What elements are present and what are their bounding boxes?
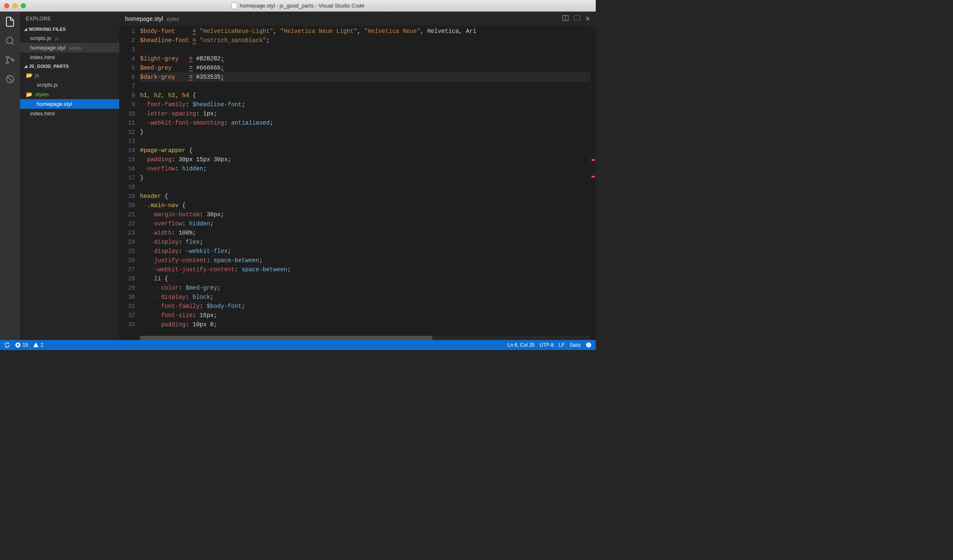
folder-open-icon: 📂 (26, 91, 33, 98)
folder-item[interactable]: 📂js (20, 70, 119, 80)
sidebar: EXPLORE ◢ WORKING FILES scripts.jsjshome… (20, 12, 119, 340)
search-icon[interactable] (4, 35, 16, 47)
file-name: index.html (30, 110, 55, 117)
svg-point-0 (6, 37, 13, 43)
status-language[interactable]: Sass (569, 342, 581, 348)
editor-tabs: homepage.styl styles × (119, 12, 596, 26)
file-name: scripts.js (37, 82, 58, 88)
error-count: 15 (23, 342, 28, 348)
statusbar: 15 2 Ln 6, Col 25 UTF-8 LF Sass (0, 340, 596, 350)
file-name: homepage.styl (30, 45, 65, 51)
sidebar-title: EXPLORE (20, 12, 119, 25)
split-editor-icon[interactable] (562, 15, 569, 23)
working-file-item[interactable]: scripts.jsjs (20, 33, 119, 43)
warning-count: 2 (40, 342, 43, 348)
file-folder-tag: js (55, 36, 59, 41)
code-content[interactable]: $body-font = "HelveticaNeue-Light", "Hel… (140, 26, 590, 340)
status-warnings[interactable]: 2 (33, 342, 43, 348)
scrollbar-thumb[interactable] (140, 336, 432, 340)
window-controls (4, 3, 26, 8)
editor-tab[interactable]: homepage.styl styles (125, 15, 179, 22)
close-window-button[interactable] (4, 3, 9, 8)
status-eol[interactable]: LF (559, 342, 564, 348)
titlebar[interactable]: homepage.styl - js_good_parts - Visual S… (0, 0, 596, 12)
close-editor-icon[interactable]: × (585, 15, 590, 23)
line-number-gutter: 1234567891011121314151617181920212223242… (119, 26, 140, 340)
file-item[interactable]: homepage.styl (20, 99, 119, 109)
file-name: homepage.styl (37, 101, 72, 107)
svg-point-2 (6, 62, 8, 64)
minimize-window-button[interactable] (13, 3, 18, 8)
more-actions-icon[interactable] (574, 15, 580, 23)
svg-rect-6 (574, 15, 580, 20)
horizontal-scrollbar[interactable] (140, 336, 590, 340)
working-file-item[interactable]: homepage.stylstyles (20, 43, 119, 52)
working-files-header[interactable]: ◢ WORKING FILES (20, 25, 119, 33)
file-name: index.html (30, 54, 55, 60)
file-folder-tag: styles (70, 45, 81, 50)
folder-name: js (35, 72, 39, 78)
source-control-icon[interactable] (4, 54, 16, 66)
debug-icon[interactable] (4, 73, 16, 85)
tab-filename: homepage.styl (125, 15, 163, 22)
error-marker[interactable] (592, 159, 595, 161)
tab-folder: styles (166, 16, 179, 22)
code-editor[interactable]: 1234567891011121314151617181920212223242… (119, 26, 596, 340)
file-item[interactable]: index.html (20, 109, 119, 118)
file-item[interactable]: scripts.js (20, 80, 119, 90)
editor-area: homepage.styl styles × 12345678910111213… (119, 12, 596, 340)
window-title: homepage.styl - js_good_parts - Visual S… (231, 2, 365, 9)
status-cursor-position[interactable]: Ln 6, Col 25 (508, 342, 535, 348)
folder-name: styles (35, 91, 49, 98)
error-marker[interactable] (592, 176, 595, 178)
window-title-text: homepage.styl - js_good_parts - Visual S… (240, 2, 365, 9)
svg-point-10 (589, 344, 590, 345)
project-label: JS_GOOD_PARTS (29, 64, 69, 69)
folder-open-icon: 📂 (26, 72, 33, 78)
status-sync[interactable] (4, 342, 10, 348)
explorer-icon[interactable] (4, 16, 16, 28)
activity-bar (0, 12, 20, 340)
file-name: scripts.js (30, 35, 51, 41)
file-icon (231, 2, 237, 9)
status-feedback-icon[interactable] (586, 342, 592, 348)
working-files-label: WORKING FILES (29, 27, 66, 32)
project-header[interactable]: ◢ JS_GOOD_PARTS (20, 62, 119, 70)
chevron-down-icon: ◢ (24, 64, 27, 68)
svg-point-9 (587, 344, 588, 345)
svg-point-1 (6, 56, 8, 58)
folder-item[interactable]: 📂styles (20, 90, 119, 99)
chevron-down-icon: ◢ (24, 27, 27, 31)
status-encoding[interactable]: UTF-8 (539, 342, 554, 348)
minimap[interactable] (590, 26, 596, 340)
svg-point-8 (586, 342, 591, 348)
working-file-item[interactable]: index.html (20, 52, 119, 62)
maximize-window-button[interactable] (21, 3, 26, 8)
status-errors[interactable]: 15 (15, 342, 28, 348)
